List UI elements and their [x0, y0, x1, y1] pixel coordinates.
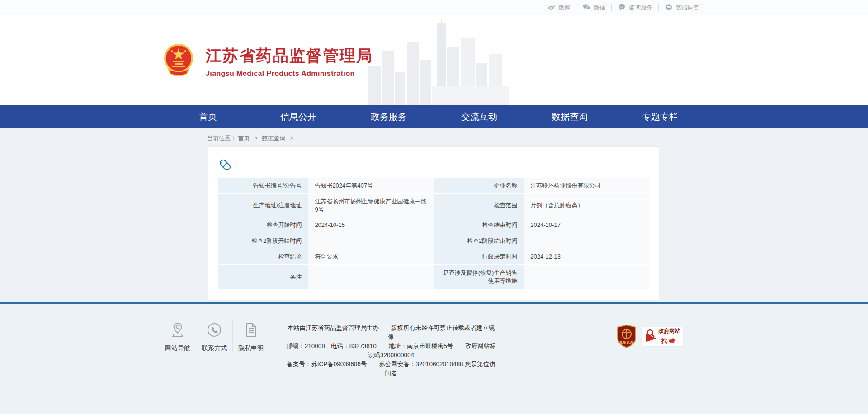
party-gov-badge[interactable]: 党政机关 — [617, 325, 637, 348]
site-footer: 网站导航 联系方式 — [0, 304, 868, 414]
robot-qa-icon — [665, 3, 673, 13]
breadcrumb-separator: > — [254, 135, 258, 141]
nav-item-info-disclosure[interactable]: 信息公开 — [253, 105, 344, 128]
conclusion-label: 检查结论 — [218, 249, 308, 265]
notice-number-value: 告知书2024年第407号 — [308, 178, 434, 194]
top-utility-bar: 微博 微信 — [0, 0, 868, 15]
footer-info-text: 本站由江苏省药品监督管理局主办 版权所有未经许可禁止转载或者建立镜像 邮编：21… — [285, 319, 497, 378]
table-row: 检查2阶段开始时间 检查2阶段结束时间 — [218, 233, 650, 249]
consult-service-label: 咨询服务 — [629, 4, 652, 12]
phone-icon — [199, 322, 229, 338]
footer-link-divider — [196, 319, 196, 353]
breadcrumb-home-link[interactable]: 首页 — [238, 135, 250, 141]
breadcrumb-prefix: 当前位置： — [207, 135, 236, 141]
phase2-end-label: 检查2阶段结束时间 — [434, 233, 524, 249]
error-badge-bottom-label: 找错 — [658, 337, 680, 345]
consult-chat-icon — [618, 3, 626, 13]
smart-qa-link[interactable]: 智能问答 — [659, 3, 705, 13]
site-header: 江苏省药品监督管理局 Jiangsu Medical Products Admi… — [0, 15, 868, 105]
address-label: 生产地址/注册地址 — [218, 194, 308, 217]
inspection-scope-value: 片剂（含抗肿瘤类） — [524, 194, 650, 217]
weibo-icon — [547, 3, 556, 13]
breadcrumb-separator: > — [290, 135, 293, 141]
error-report-magnifier-icon — [645, 328, 658, 344]
map-pin-icon — [163, 322, 193, 338]
table-row: 告知书编号/公告号 告知书2024年第407号 企业名称 江苏联环药业股份有限公… — [218, 178, 650, 194]
site-map-link[interactable]: 网站导航 — [163, 319, 193, 353]
remarks-label: 备注 — [218, 265, 308, 290]
contact-link[interactable]: 联系方式 — [199, 319, 229, 353]
main-nav: 首页 信息公开 政务服务 交流互动 数据查询 专题专栏 — [0, 105, 868, 128]
wechat-link[interactable]: 微信 — [576, 3, 611, 13]
gov-site-error-report-badge[interactable]: 政府网站 找错 — [642, 327, 683, 346]
notice-number-label: 告知书编号/公告号 — [218, 178, 308, 194]
site-title: 江苏省药品监督管理局 — [206, 45, 373, 66]
phase2-end-value — [524, 233, 650, 249]
nav-item-home[interactable]: 首页 — [163, 105, 253, 128]
suspension-label: 是否涉及暂停(恢复)生产销售使用等措施 — [434, 265, 524, 290]
company-name-label: 企业名称 — [434, 178, 524, 194]
footer-line-contact: 邮编：210008 电话：83273610 地址：南京市鼓楼街5号 政府网站标识… — [285, 342, 497, 360]
pill-icon — [218, 158, 232, 172]
footer-quick-links: 网站导航 联系方式 — [163, 319, 266, 353]
decision-date-value: 2024-12-13 — [524, 249, 650, 265]
privacy-link[interactable]: 隐私申明 — [236, 319, 266, 353]
smart-qa-label: 智能问答 — [676, 4, 699, 12]
table-row: 备注 是否涉及暂停(恢复)生产销售使用等措施 — [218, 265, 650, 290]
breadcrumb-data-query-link[interactable]: 数据查询 — [262, 135, 285, 141]
contact-label: 联系方式 — [199, 344, 229, 353]
inspection-end-value: 2024-10-17 — [524, 217, 650, 233]
address-value: 江苏省扬州市扬州生物健康产业园健康一路9号 — [308, 194, 434, 217]
inspection-detail-table: 告知书编号/公告号 告知书2024年第407号 企业名称 江苏联环药业股份有限公… — [218, 178, 650, 290]
table-row: 检查结论 符合要求 行政决定时间 2024-12-13 — [218, 249, 650, 265]
phase2-start-value — [308, 233, 434, 249]
weibo-link[interactable]: 微博 — [541, 3, 576, 13]
table-row: 生产地址/注册地址 江苏省扬州市扬州生物健康产业园健康一路9号 检查范围 片剂（… — [218, 194, 650, 217]
table-row: 检查开始时间 2024-10-15 检查结束时间 2024-10-17 — [218, 217, 650, 233]
city-skyline-watermark — [368, 19, 509, 105]
footer-badges: 党政机关 政府网站 找错 — [617, 319, 683, 348]
conclusion-value: 符合要求 — [308, 249, 434, 265]
inspection-start-value: 2024-10-15 — [308, 217, 434, 233]
footer-link-divider — [232, 319, 233, 353]
national-emblem-logo — [162, 42, 195, 77]
consult-service-link[interactable]: 咨询服务 — [612, 3, 658, 13]
inspection-scope-label: 检查范围 — [434, 194, 524, 217]
footer-line-host: 本站由江苏省药品监督管理局主办 版权所有未经许可禁止转载或者建立镜像 — [285, 324, 497, 342]
phase2-start-label: 检查2阶段开始时间 — [218, 233, 308, 249]
suspension-value — [524, 265, 650, 290]
remarks-value — [308, 265, 434, 290]
footer-line-icp: 备案号：苏ICP备09039606号 苏公网安备：32010602010488 … — [285, 360, 497, 378]
nav-item-special-topics[interactable]: 专题专栏 — [615, 105, 705, 128]
nav-item-gov-services[interactable]: 政务服务 — [344, 105, 434, 128]
privacy-doc-icon — [236, 322, 266, 338]
inspection-detail-card: 告知书编号/公告号 告知书2024年第407号 企业名称 江苏联环药业股份有限公… — [208, 146, 659, 300]
inspection-end-label: 检查结束时间 — [434, 217, 524, 233]
inspection-start-label: 检查开始时间 — [218, 217, 308, 233]
site-subtitle: Jiangsu Medical Products Administration — [206, 70, 373, 78]
party-gov-badge-label: 党政机关 — [617, 340, 637, 345]
breadcrumb: 当前位置： 首页 > 数据查询 > — [163, 128, 705, 146]
error-badge-top-label: 政府网站 — [658, 327, 680, 336]
privacy-label: 隐私申明 — [236, 344, 266, 353]
company-name-value: 江苏联环药业股份有限公司 — [524, 178, 650, 194]
wechat-label: 微信 — [594, 4, 605, 12]
weibo-label: 微博 — [558, 4, 570, 12]
wechat-icon — [582, 3, 591, 13]
nav-item-data-query[interactable]: 数据查询 — [524, 105, 615, 128]
decision-date-label: 行政决定时间 — [434, 249, 524, 265]
nav-item-interaction[interactable]: 交流互动 — [434, 105, 524, 128]
site-map-label: 网站导航 — [163, 344, 193, 353]
